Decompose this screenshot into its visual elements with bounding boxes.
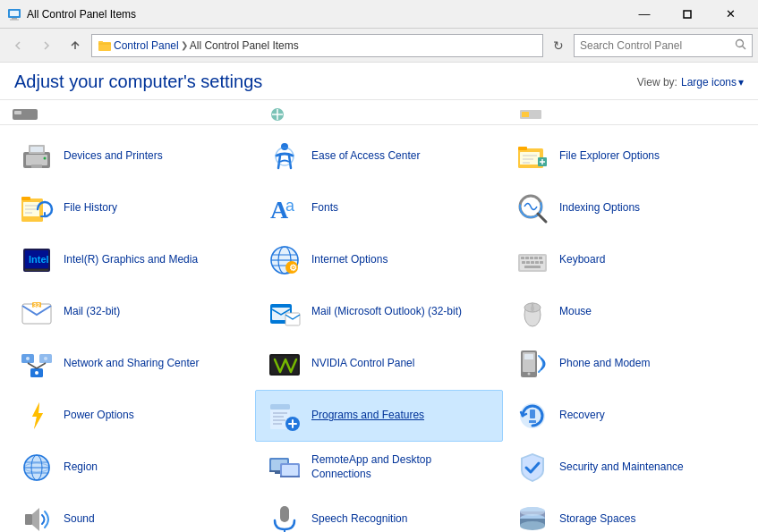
svg-rect-3 (10, 19, 19, 20)
item-phone-modem[interactable]: Phone and Modem (503, 338, 751, 390)
svg-rect-23 (518, 147, 527, 150)
mouse-label: Mouse (559, 305, 592, 319)
internet-options-icon: ⚙ (267, 242, 302, 278)
item-indexing-options[interactable]: Indexing Options (503, 182, 751, 234)
file-explorer-options-label: File Explorer Options (559, 149, 660, 164)
power-options-icon (19, 398, 55, 434)
devices-printers-label: Devices and Printers (64, 149, 163, 164)
refresh-button[interactable]: ↻ (547, 34, 570, 57)
item-internet-options[interactable]: ⚙ Internet Options (255, 234, 503, 286)
close-button[interactable]: ✕ (710, 0, 751, 29)
item-programs-features[interactable]: Programs and Features (255, 390, 503, 442)
item-network-sharing[interactable]: Network and Sharing Center (7, 338, 255, 390)
mail-outlook-label: Mail (Microsoft Outlook) (32-bit) (311, 305, 462, 319)
svg-point-7 (737, 39, 744, 46)
window-controls: — ✕ (624, 0, 751, 29)
svg-rect-5 (98, 42, 111, 51)
minimize-button[interactable]: — (624, 0, 665, 29)
nvidia-control-icon (267, 346, 302, 382)
item-region[interactable]: Region (7, 442, 255, 494)
sound-icon (19, 502, 55, 532)
item-intel-graphics[interactable]: Intel Intel(R) Graphics and Media (7, 234, 255, 286)
svg-rect-13 (522, 112, 529, 117)
forward-button[interactable] (34, 33, 59, 58)
search-icon (735, 38, 746, 53)
view-by-current: Large icons (681, 76, 737, 89)
maximize-button[interactable] (667, 0, 708, 29)
item-fonts[interactable]: A a Fonts (255, 182, 503, 234)
item-keyboard[interactable]: Keyboard (503, 234, 751, 286)
remoteapp-label: RemoteApp and Desktop Connections (311, 453, 491, 481)
svg-rect-57 (540, 261, 543, 264)
item-storage-spaces[interactable]: Storage Spaces (503, 494, 751, 532)
item-ease-of-access[interactable]: Ease of Access Center (255, 131, 503, 182)
breadcrumb: Control Panel ❯ All Control Panel Items (91, 34, 543, 57)
item-mail-outlook[interactable]: Mail (Microsoft Outlook) (32-bit) (255, 286, 503, 338)
item-remoteapp[interactable]: RemoteApp and Desktop Connections (255, 442, 503, 494)
keyboard-icon (515, 242, 550, 278)
svg-rect-52 (539, 257, 542, 259)
view-by-label: View by: (637, 76, 677, 89)
svg-point-68 (531, 306, 534, 311)
fonts-icon: A a (267, 190, 302, 226)
item-file-history[interactable]: File History (7, 182, 255, 234)
svg-point-75 (44, 357, 47, 360)
region-label: Region (64, 460, 98, 475)
keyboard-label: Keyboard (559, 253, 605, 267)
item-mail-32bit[interactable]: 32 Mail (32-bit) (7, 286, 255, 338)
svg-rect-101 (282, 465, 298, 476)
app-icon (7, 7, 21, 21)
partial-item-2 (252, 100, 505, 125)
back-button[interactable] (5, 33, 30, 58)
item-power-options[interactable]: Power Options (7, 390, 255, 442)
view-by-dropdown[interactable]: Large icons ▾ (681, 76, 744, 89)
svg-point-76 (35, 371, 38, 375)
svg-text:a: a (285, 197, 295, 215)
svg-line-33 (538, 214, 546, 222)
internet-options-label: Internet Options (311, 253, 388, 267)
address-bar: Control Panel ❯ All Control Panel Items … (0, 29, 758, 63)
search-input[interactable] (580, 39, 731, 52)
svg-point-112 (520, 507, 545, 516)
up-button[interactable] (63, 33, 88, 58)
breadcrumb-control-panel[interactable]: Control Panel (114, 39, 179, 52)
item-devices-printers[interactable]: Devices and Printers (7, 131, 255, 182)
items-container: Devices and Printers Ease of Access Cent… (0, 125, 758, 532)
svg-rect-81 (524, 354, 533, 359)
svg-rect-55 (531, 261, 534, 264)
breadcrumb-sep-1: ❯ (181, 40, 188, 50)
svg-rect-88 (529, 420, 536, 423)
content-area: Adjust your computer's settings View by:… (0, 63, 758, 532)
item-nvidia-control[interactable]: NVIDIA Control Panel (255, 338, 503, 390)
svg-rect-58 (524, 266, 541, 268)
devices-printers-icon (19, 139, 55, 174)
svg-rect-102 (280, 476, 300, 477)
window-title: All Control Panel Items (27, 8, 624, 21)
storage-spaces-icon (515, 502, 550, 532)
item-speech-recognition[interactable]: Speech Recognition (255, 494, 503, 532)
region-icon (19, 450, 55, 486)
item-sound[interactable]: Sound (7, 494, 255, 532)
svg-point-20 (281, 143, 288, 150)
item-mouse[interactable]: Mouse (503, 286, 751, 338)
items-grid: Devices and Printers Ease of Access Cent… (7, 131, 751, 532)
svg-line-8 (743, 46, 746, 49)
svg-rect-104 (280, 506, 289, 522)
svg-rect-10 (14, 111, 21, 114)
svg-rect-27 (21, 197, 30, 200)
svg-rect-49 (525, 257, 529, 259)
item-file-explorer-options[interactable]: File Explorer Options (503, 131, 751, 182)
svg-rect-6 (98, 41, 103, 43)
item-security-maintenance[interactable]: Security and Maintenance (503, 442, 751, 494)
intel-graphics-icon: Intel (19, 242, 55, 278)
svg-rect-2 (12, 18, 17, 20)
svg-rect-48 (521, 257, 524, 259)
svg-rect-15 (26, 155, 47, 165)
fonts-label: Fonts (311, 201, 338, 215)
svg-rect-18 (31, 165, 42, 168)
network-sharing-icon (19, 346, 55, 382)
partial-top-row (0, 100, 758, 125)
item-recovery[interactable]: Recovery (503, 390, 751, 442)
remoteapp-icon (267, 450, 302, 486)
breadcrumb-all-items: All Control Panel Items (190, 39, 299, 52)
